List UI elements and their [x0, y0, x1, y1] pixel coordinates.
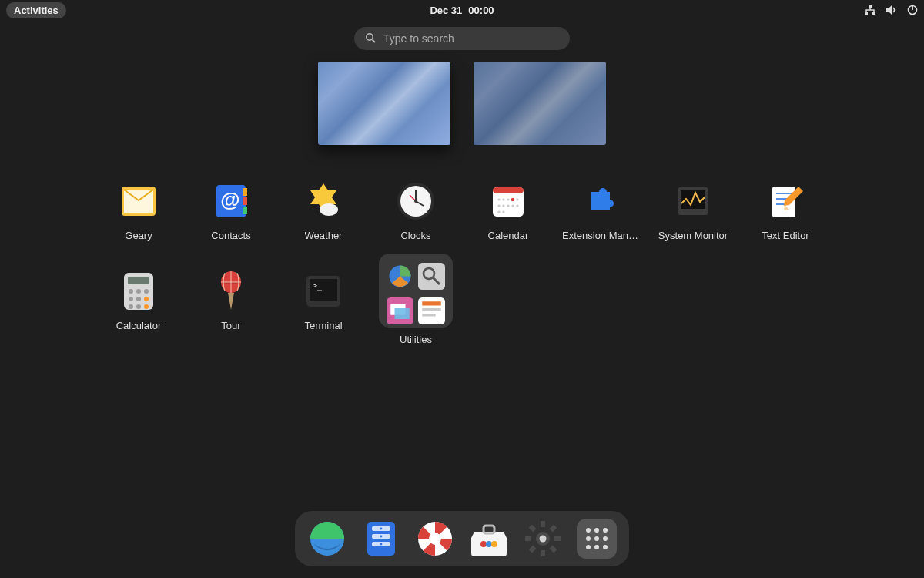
app-terminal[interactable]: >_ Terminal [277, 271, 370, 345]
app-calculator[interactable]: Calculator [92, 271, 185, 345]
svg-rect-0 [869, 5, 872, 8]
svg-point-50 [136, 304, 141, 309]
svg-rect-65 [422, 301, 441, 305]
svg-point-31 [511, 204, 514, 207]
folder-icon [379, 254, 453, 328]
time-label: 00:00 [468, 5, 494, 16]
svg-rect-52 [144, 304, 149, 309]
svg-point-25 [507, 198, 509, 200]
svg-rect-84 [549, 525, 557, 533]
search-icon [365, 32, 376, 45]
svg-point-51 [144, 297, 149, 301]
activities-button[interactable]: Activities [6, 2, 66, 18]
svg-point-28 [497, 204, 500, 207]
svg-text:>_: >_ [313, 281, 323, 291]
app-label: Extension Manager [562, 230, 639, 241]
app-tour[interactable]: Tour [185, 271, 277, 345]
svg-point-20 [414, 200, 417, 203]
app-text-editor[interactable]: Text Editor [739, 180, 832, 241]
clock[interactable]: Dec 31 00:00 [430, 5, 494, 16]
svg-rect-43 [128, 277, 149, 284]
svg-rect-11 [243, 207, 247, 214]
svg-rect-22 [493, 187, 524, 193]
svg-point-27 [516, 198, 518, 200]
search-placeholder: Type to search [383, 32, 454, 45]
dock-software[interactable] [469, 519, 509, 559]
app-weather[interactable]: Weather [277, 180, 370, 241]
svg-point-34 [502, 210, 504, 213]
svg-rect-1 [865, 12, 868, 15]
app-label: Weather [305, 230, 343, 241]
svg-point-81 [491, 541, 497, 547]
svg-rect-66 [422, 308, 441, 311]
app-label: Utilities [400, 334, 432, 345]
svg-point-33 [497, 210, 500, 213]
app-label: Tour [221, 320, 240, 331]
app-calendar[interactable]: Calendar [462, 180, 554, 241]
puzzle-icon [580, 180, 621, 222]
svg-point-24 [502, 198, 504, 200]
svg-rect-85 [554, 536, 561, 541]
app-label: Terminal [304, 320, 342, 331]
svg-point-91 [540, 536, 547, 543]
texteditor-icon [765, 180, 806, 222]
svg-point-14 [320, 203, 338, 216]
svg-point-49 [129, 304, 133, 309]
app-geary[interactable]: Geary [92, 180, 185, 241]
svg-rect-89 [525, 536, 531, 541]
app-label: Geary [125, 230, 152, 241]
tour-icon [210, 271, 252, 312]
app-label: Clocks [400, 230, 430, 241]
clocks-icon [395, 180, 437, 222]
svg-point-29 [502, 204, 504, 207]
power-icon [907, 5, 918, 15]
app-folder-utilities[interactable]: Utilities [370, 271, 462, 345]
svg-rect-78 [484, 526, 494, 533]
svg-point-73 [380, 528, 383, 530]
weather-icon [303, 180, 344, 222]
app-contacts[interactable]: @ Contacts [185, 180, 277, 241]
svg-point-47 [129, 297, 133, 301]
contacts-icon: @ [210, 180, 252, 222]
dock-web[interactable] [307, 519, 347, 559]
svg-point-5 [367, 33, 373, 39]
calculator-icon [118, 271, 159, 312]
app-label: Calendar [488, 230, 529, 241]
app-extensions[interactable]: Extension Manager [554, 180, 647, 241]
svg-point-80 [486, 541, 492, 547]
status-area[interactable] [864, 5, 918, 15]
app-clocks[interactable]: Clocks [370, 180, 462, 241]
svg-rect-67 [422, 314, 436, 317]
search-input[interactable]: Type to search [354, 27, 570, 50]
svg-rect-86 [549, 545, 557, 553]
svg-point-45 [136, 289, 141, 294]
dock-show-apps[interactable] [577, 519, 617, 559]
svg-point-75 [380, 543, 383, 546]
dock-help[interactable] [415, 519, 455, 559]
svg-rect-10 [243, 197, 247, 205]
svg-point-23 [497, 198, 500, 200]
workspace-1[interactable] [318, 62, 450, 145]
network-icon [864, 5, 876, 15]
svg-point-32 [516, 204, 518, 207]
grid-icon [586, 528, 608, 549]
calendar-icon [487, 180, 529, 222]
dock-files[interactable] [361, 519, 401, 559]
app-grid: Geary @ Contacts Weather Clocks Calendar… [92, 180, 832, 345]
dock-settings[interactable] [523, 519, 563, 559]
svg-rect-88 [529, 545, 537, 553]
mail-icon [118, 180, 159, 222]
app-system-monitor[interactable]: System Monitor [647, 180, 739, 241]
svg-point-35 [511, 198, 514, 201]
sysmon-icon [672, 180, 714, 222]
svg-rect-87 [541, 550, 545, 556]
workspace-2[interactable] [474, 62, 606, 145]
dock [295, 511, 629, 566]
svg-point-48 [136, 297, 141, 301]
app-label: Calculator [116, 320, 162, 331]
svg-point-79 [480, 541, 487, 547]
svg-point-46 [144, 289, 149, 294]
svg-rect-2 [872, 12, 875, 15]
svg-rect-83 [541, 521, 545, 527]
svg-point-44 [129, 289, 133, 294]
